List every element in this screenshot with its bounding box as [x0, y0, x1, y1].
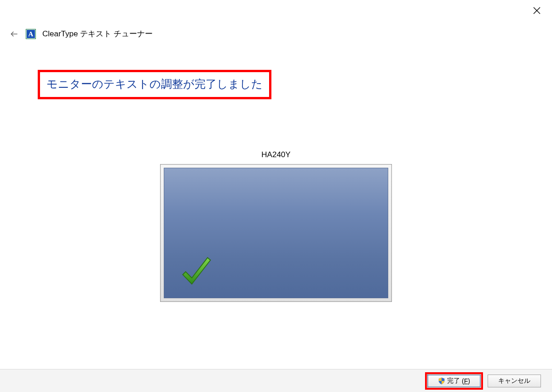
cancel-button[interactable]: キャンセル	[488, 375, 541, 387]
monitor-preview-area: HA240Y	[0, 150, 552, 302]
finish-button-label: 完了	[447, 377, 460, 385]
heading-highlight: モニターのテキストの調整が完了しました	[38, 70, 271, 99]
checkmark-icon	[175, 252, 217, 293]
app-icon: A	[26, 29, 36, 39]
monitor-screen	[164, 168, 388, 298]
shield-icon	[438, 377, 445, 385]
page-heading: モニターのテキストの調整が完了しました	[46, 77, 263, 91]
window-title: ClearType テキスト チューナー	[42, 28, 153, 39]
finish-button-highlight: 完了(F)	[425, 372, 483, 390]
close-button[interactable]	[531, 5, 543, 17]
finish-button[interactable]: 完了(F)	[427, 375, 481, 387]
arrow-left-icon	[10, 29, 19, 39]
footer: 完了(F) キャンセル	[0, 369, 552, 392]
finish-button-accel: (F)	[462, 377, 470, 385]
monitor-frame	[160, 164, 392, 302]
header: A ClearType テキスト チューナー	[9, 28, 153, 39]
monitor-name: HA240Y	[0, 150, 552, 159]
close-icon	[533, 6, 541, 15]
app-icon-letter: A	[27, 30, 35, 38]
cancel-button-label: キャンセル	[498, 377, 530, 385]
back-button[interactable]	[9, 29, 19, 39]
